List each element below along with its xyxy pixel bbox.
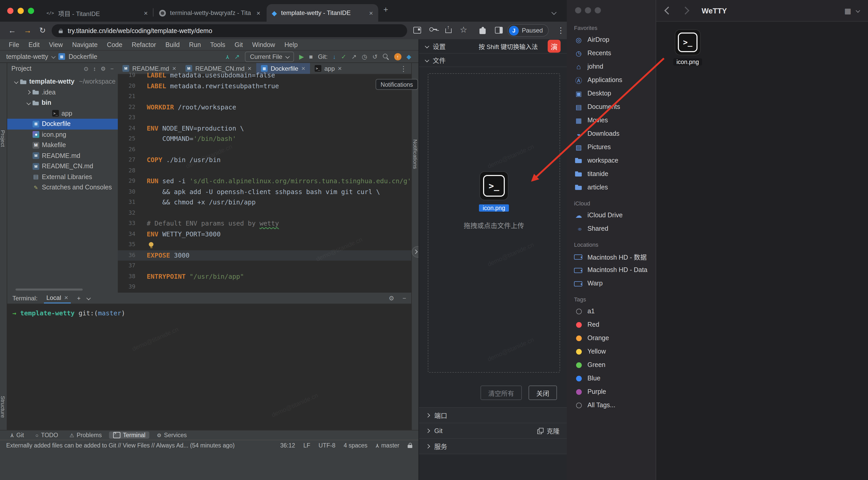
- clear-all-button[interactable]: 清空所有: [480, 385, 522, 400]
- address-bar[interactable]: try.titanide.cn/ide/web/coding/template-…: [52, 24, 407, 37]
- chevron-down-icon[interactable]: [27, 100, 31, 104]
- sidebar-item-applications[interactable]: Applications: [567, 73, 656, 87]
- window-zoom-button[interactable]: [28, 8, 34, 14]
- tag-item-green[interactable]: Green: [567, 358, 656, 372]
- settings-section-label[interactable]: 设置: [433, 41, 445, 51]
- menu-run[interactable]: Run: [184, 41, 206, 48]
- menu-git[interactable]: Git: [230, 41, 247, 48]
- status-message[interactable]: Externally added files can be added to G…: [6, 442, 235, 448]
- side-panel-icon[interactable]: [495, 27, 503, 34]
- menu-window[interactable]: Window: [247, 41, 280, 48]
- breadcrumb[interactable]: Dockerfile: [69, 53, 97, 60]
- sidebar-item-titanide[interactable]: titanide: [567, 167, 656, 181]
- git-branch-widget[interactable]: master: [376, 442, 399, 448]
- browser-tab-project[interactable]: 项目 - TitanIDE: [41, 4, 153, 22]
- reading-list-icon[interactable]: [413, 27, 421, 34]
- stop-button[interactable]: [309, 53, 313, 60]
- browser-tab-terminal-wetty[interactable]: terminal-wetty-bwqryafz - Tita: [154, 4, 266, 22]
- window-close-button[interactable]: [7, 8, 13, 14]
- tool-button-todo[interactable]: TODO: [31, 432, 62, 439]
- expand-collapse-icon[interactable]: [93, 66, 96, 72]
- menu-view[interactable]: View: [44, 41, 67, 48]
- branch-icon[interactable]: [226, 53, 229, 60]
- tool-button-problems[interactable]: Problems: [65, 432, 106, 439]
- tree-item-readme-cn-md[interactable]: README_CN.md: [7, 161, 118, 172]
- tree-item-dockerfile[interactable]: Dockerfile: [7, 119, 118, 129]
- tag-item-red[interactable]: Red: [567, 318, 656, 331]
- update-project-icon[interactable]: [234, 53, 240, 60]
- search-icon[interactable]: [383, 54, 389, 60]
- section-服务[interactable]: 服务: [419, 439, 567, 454]
- tool-button-terminal[interactable]: Terminal: [109, 432, 150, 439]
- sidebar-item-recents[interactable]: Recents: [567, 46, 656, 60]
- close-tab-icon[interactable]: [369, 9, 373, 17]
- terminal-settings-icon[interactable]: [389, 295, 394, 302]
- tree-item-app[interactable]: app: [7, 108, 118, 119]
- tree-item-icon-png[interactable]: icon.png: [7, 129, 118, 140]
- window-close-button[interactable]: [575, 7, 581, 13]
- file-name-label[interactable]: icon.png: [674, 58, 702, 66]
- upload-run-icon[interactable]: [394, 53, 401, 60]
- tag-item-a1[interactable]: a1: [567, 305, 656, 318]
- close-button[interactable]: 关闭: [529, 385, 557, 400]
- menu-tools[interactable]: Tools: [206, 41, 230, 48]
- run-button[interactable]: [299, 53, 304, 60]
- tool-stripe-structure[interactable]: Structure: [0, 396, 6, 418]
- sidebar-item-icloud-drive[interactable]: iCloud Drive: [567, 208, 656, 222]
- tag-item-blue[interactable]: Blue: [567, 372, 656, 385]
- close-tab-icon[interactable]: [256, 9, 260, 17]
- minimize-panel-icon[interactable]: [402, 295, 406, 302]
- tree-item-external-libraries[interactable]: External Libraries: [7, 172, 118, 182]
- toolbar-project-name[interactable]: template-wetty: [6, 53, 48, 60]
- bookmark-star-icon[interactable]: [460, 25, 467, 35]
- terminal-prompt[interactable]: → template-wetty git:(master): [12, 309, 125, 317]
- intention-bulb-icon[interactable]: [149, 242, 153, 247]
- git-commit-icon[interactable]: [341, 53, 346, 60]
- clone-button[interactable]: 克隆: [537, 426, 560, 436]
- hide-panel-icon[interactable]: [110, 66, 114, 72]
- section-git[interactable]: Git克隆: [419, 423, 567, 439]
- files-section-label[interactable]: 文件: [433, 55, 445, 65]
- sidebar-item-desktop[interactable]: Desktop: [567, 87, 656, 100]
- chevron-down-icon[interactable]: [14, 79, 18, 83]
- sidebar-item-macintosh-hd-data[interactable]: Macintosh HD - Data: [567, 263, 656, 277]
- chevron-right-icon[interactable]: [26, 90, 30, 95]
- tool-stripe-notifications[interactable]: Notifications: [412, 139, 418, 169]
- menu-edit[interactable]: Edit: [24, 41, 44, 48]
- view-options-icon[interactable]: [844, 6, 851, 15]
- sidebar-item-macintosh-hd-数据[interactable]: Macintosh HD - 数据: [567, 250, 656, 263]
- forward-button[interactable]: [24, 26, 32, 35]
- sidebar-item-warp[interactable]: Warp: [567, 277, 656, 290]
- run-configuration-dropdown[interactable]: Current File: [245, 52, 294, 62]
- tree-item-scratches-and-consoles[interactable]: Scratches and Consoles: [7, 182, 118, 193]
- sidebar-item-movies[interactable]: Movies: [567, 113, 656, 127]
- tag-item-all-tags[interactable]: All Tags...: [567, 399, 656, 412]
- tree-item-template-wetty[interactable]: template-wetty~/workspace: [7, 76, 118, 87]
- tree-item-makefile[interactable]: Makefile: [7, 140, 118, 150]
- code-area[interactable]: 19LABEL metadata.usesubdomain=false20LAB…: [118, 70, 411, 293]
- horizontal-scrollbar[interactable]: [16, 288, 83, 290]
- tree-item-readme-md[interactable]: README.md: [7, 150, 118, 161]
- uploaded-file-name[interactable]: icon.png: [479, 204, 509, 212]
- sidebar-item-johnd[interactable]: johnd: [567, 60, 656, 73]
- section-端口[interactable]: 端口: [419, 408, 567, 423]
- tool-button-services[interactable]: Services: [153, 432, 191, 439]
- project-panel-title[interactable]: Project: [11, 65, 32, 72]
- back-button[interactable]: [664, 6, 672, 14]
- profile-chip[interactable]: J Paused: [507, 24, 549, 37]
- terminal-tab-local[interactable]: Local: [44, 293, 71, 304]
- chevron-down-icon[interactable]: [856, 8, 860, 12]
- sidebar-item-documents[interactable]: Documents: [567, 100, 656, 113]
- password-manager-icon[interactable]: [429, 27, 437, 32]
- rollback-icon[interactable]: [372, 53, 377, 60]
- window-minimize-button[interactable]: [18, 8, 24, 14]
- window-zoom-button[interactable]: [595, 7, 601, 13]
- menu-help[interactable]: Help: [280, 41, 302, 48]
- ime-badge[interactable]: 演: [548, 40, 561, 53]
- services-run-icon[interactable]: [407, 53, 411, 60]
- tab-search-button[interactable]: [552, 9, 555, 16]
- git-update-icon[interactable]: [333, 53, 336, 60]
- sidebar-item-shared[interactable]: Shared: [567, 222, 656, 235]
- menu-file[interactable]: File: [4, 41, 24, 48]
- tag-item-orange[interactable]: Orange: [567, 331, 656, 345]
